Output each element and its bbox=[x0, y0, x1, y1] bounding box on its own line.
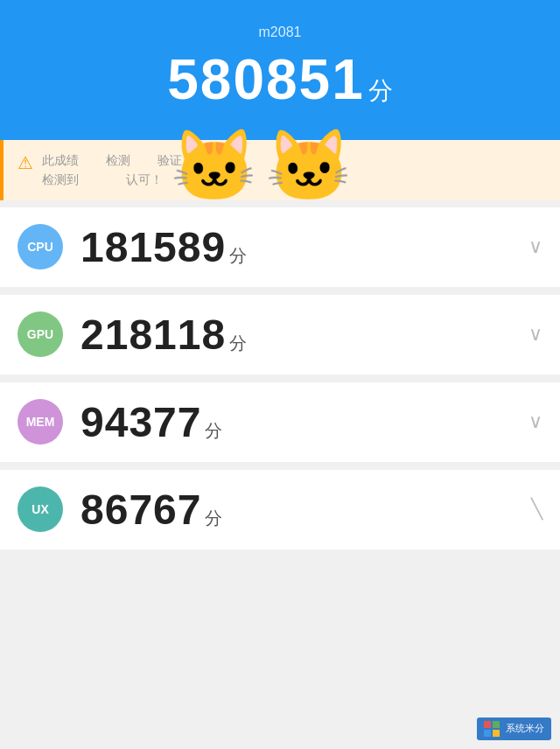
warning-text: 此成绩 检测 验证 检测到 认可！ bbox=[42, 150, 546, 190]
cpu-row[interactable]: CPU 181589 分 ∨ bbox=[0, 207, 560, 288]
cpu-score: 181589 bbox=[80, 223, 226, 271]
ux-label: UX bbox=[32, 502, 48, 516]
header-section: m2081 580851 分 bbox=[0, 0, 560, 140]
cpu-label: CPU bbox=[27, 240, 53, 254]
divider-2 bbox=[0, 375, 560, 382]
device-id: m2081 bbox=[18, 24, 542, 40]
warning-section: ⚠ 此成绩 检测 验证 检测到 认可！ 🐱 🐱 bbox=[0, 140, 560, 200]
divider-1 bbox=[0, 288, 560, 295]
gpu-badge: GPU bbox=[18, 312, 63, 357]
mem-badge: MEM bbox=[18, 399, 63, 444]
ux-chevron-icon[interactable]: ╲ bbox=[531, 498, 542, 521]
mem-unit: 分 bbox=[205, 419, 222, 443]
watermark-text: 系统米分 bbox=[506, 723, 544, 733]
warning-banner: ⚠ 此成绩 检测 验证 检测到 认可！ bbox=[0, 140, 560, 200]
gpu-chevron-icon[interactable]: ∨ bbox=[528, 323, 542, 346]
ux-badge: UX bbox=[18, 486, 63, 532]
mem-label: MEM bbox=[26, 415, 55, 429]
gpu-label: GPU bbox=[27, 327, 53, 341]
gpu-score-row: 218118 分 bbox=[80, 311, 520, 359]
cpu-score-row: 181589 分 bbox=[80, 223, 520, 271]
mem-score: 94377 bbox=[80, 398, 201, 446]
divider-3 bbox=[0, 463, 560, 470]
warning-line1: 此成绩 检测 验证 bbox=[42, 150, 546, 170]
cpu-chevron-icon[interactable]: ∨ bbox=[528, 235, 542, 258]
windows-logo-icon bbox=[484, 721, 500, 737]
mem-chevron-icon[interactable]: ∨ bbox=[528, 410, 542, 433]
gpu-score: 218118 bbox=[80, 311, 226, 359]
total-score-unit: 分 bbox=[368, 74, 393, 108]
mem-score-row: 94377 分 bbox=[80, 398, 520, 446]
warning-line2: 检测到 认可！ bbox=[42, 170, 546, 189]
total-score-row: 580851 分 bbox=[18, 47, 542, 112]
cpu-unit: 分 bbox=[229, 244, 247, 268]
cpu-badge: CPU bbox=[18, 224, 63, 270]
ux-score: 86767 bbox=[80, 486, 201, 534]
ux-unit: 分 bbox=[205, 507, 222, 530]
ux-row[interactable]: UX 86767 分 ╲ bbox=[0, 470, 560, 550]
gpu-row[interactable]: GPU 218118 分 ∨ bbox=[0, 295, 560, 375]
mem-row[interactable]: MEM 94377 分 ∨ bbox=[0, 382, 560, 463]
warning-icon: ⚠ bbox=[18, 152, 33, 173]
score-section: CPU 181589 分 ∨ GPU 218118 分 ∨ MEM 94377 … bbox=[0, 207, 560, 550]
watermark: 系统米分 bbox=[477, 718, 551, 740]
gpu-unit: 分 bbox=[229, 332, 247, 355]
ux-score-row: 86767 分 bbox=[80, 486, 522, 534]
total-score: 580851 bbox=[167, 47, 365, 112]
